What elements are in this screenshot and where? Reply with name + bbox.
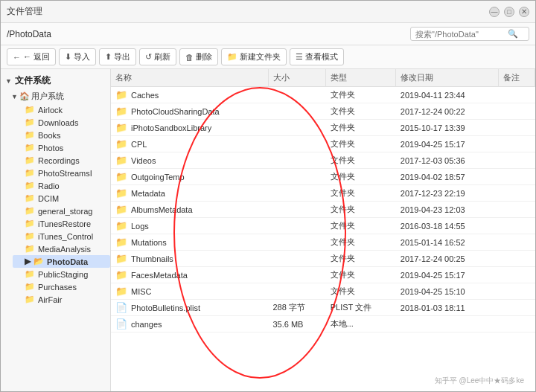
item-label: Recordings [38, 156, 80, 165]
sidebar-item-recordings[interactable]: 📁 Recordings [13, 154, 110, 167]
item-label: iTunes_Control [38, 232, 93, 241]
item-label: AirFair [38, 295, 62, 304]
toolbar: ← ← 返回 ⬇ 导入 ⬆ 导出 ↺ 刷新 🗑 删除 📁 新建文件夹 ☰ 查看模… [1, 45, 535, 69]
file-size-cell [268, 103, 325, 120]
file-size-cell [268, 283, 325, 300]
col-name[interactable]: 名称 [111, 69, 268, 87]
col-type[interactable]: 类型 [326, 69, 396, 87]
file-type-cell: 文件夹 [326, 120, 396, 136]
file-name-cell: 📁Videos [111, 152, 268, 169]
item-label: Downloads [38, 118, 78, 127]
table-row[interactable]: 📁OutgoingTemp文件夹2019-04-02 18:57 [111, 169, 535, 185]
filesystem-section[interactable]: ▼ 文件系统 [1, 72, 110, 89]
file-name: iPhotoSandboxLibrary [131, 123, 211, 132]
file-type-cell: 文件夹 [326, 169, 396, 185]
user-folder-icon: 🏠 [19, 91, 30, 101]
minimize-button[interactable]: — [489, 7, 500, 17]
user-system-expand[interactable]: ▼ 🏠 用户系统 [7, 89, 110, 103]
folder-icon: 📁 [115, 138, 127, 150]
table-row[interactable]: 📁Caches文件夹2019-04-11 23:44 [111, 87, 535, 103]
table-row[interactable]: 📁CPL文件夹2019-04-25 15:17 [111, 136, 535, 152]
maximize-button[interactable]: □ [504, 7, 514, 17]
export-button[interactable]: ⬆ 导出 [99, 48, 136, 65]
file-name: Caches [131, 91, 159, 100]
back-button[interactable]: ← ← 返回 [7, 48, 56, 65]
file-date-cell: 2017-12-24 00:25 [396, 251, 499, 267]
search-icon: 🔍 [508, 29, 518, 39]
sidebar-item-general-storage[interactable]: 📁 general_storag [13, 205, 110, 217]
file-icon: 📄 [115, 302, 127, 313]
file-type-cell: 文件夹 [326, 234, 396, 251]
folder-icon: 📁 [25, 219, 35, 228]
table-row[interactable]: 📄changes35.6 MB本地... [111, 316, 535, 332]
table-row[interactable]: 📁Logs文件夹2016-03-18 14:55 [111, 218, 535, 234]
sidebar-item-downloads[interactable]: 📁 Downloads [13, 116, 110, 129]
file-size-cell [268, 218, 325, 234]
table-row[interactable]: 📄PhotoBulletins.plist288 字节PLIST 文件2018-… [111, 300, 535, 316]
folder-icon-open: 📂 [34, 257, 44, 266]
delete-icon: 🗑 [185, 53, 194, 62]
file-type-cell: 文件夹 [326, 251, 396, 267]
table-row[interactable]: 📁Mutations文件夹2015-01-14 16:52 [111, 234, 535, 251]
folder-icon: 📁 [115, 171, 127, 182]
file-size-cell [268, 169, 325, 185]
sidebar-item-photostreams[interactable]: 📁 PhotoStreamsI [13, 167, 110, 179]
table-row[interactable]: 📁MISC文件夹2019-04-25 15:10 [111, 283, 535, 300]
folder-icon: 📁 [25, 181, 35, 190]
new-folder-icon: 📁 [227, 52, 237, 62]
table-row[interactable]: 📁FacesMetadata文件夹2019-04-25 15:17 [111, 267, 535, 283]
sidebar-item-radio[interactable]: 📁 Radio [13, 179, 110, 192]
table-row[interactable]: 📁Videos文件夹2017-12-03 05:36 [111, 152, 535, 169]
table-row[interactable]: 📁iPhotoSandboxLibrary文件夹2015-10-17 13:39 [111, 120, 535, 136]
item-label: general_storag [38, 207, 92, 216]
table-row[interactable]: 📁AlbumsMetadata文件夹2019-04-23 12:03 [111, 202, 535, 218]
file-name-cell: 📁FacesMetadata [111, 267, 268, 283]
close-button[interactable]: ✕ [519, 7, 529, 17]
folder-icon: 📁 [115, 286, 127, 297]
col-size[interactable]: 大小 [268, 69, 325, 87]
search-input[interactable] [415, 30, 505, 39]
sidebar-item-itunesrestore[interactable]: 📁 iTunesRestore [13, 217, 110, 230]
table-row[interactable]: 📁Thumbnails文件夹2017-12-24 00:25 [111, 251, 535, 267]
sidebar-item-itunescontrol[interactable]: 📁 iTunes_Control [13, 230, 110, 242]
file-size-cell [268, 251, 325, 267]
folder-icon: 📁 [25, 130, 35, 140]
item-label: Radio [38, 181, 60, 190]
file-size-cell [268, 120, 325, 136]
file-name: CPL [131, 140, 147, 149]
sidebar-item-photodata[interactable]: ▶ 📂 PhotoData [13, 255, 110, 268]
delete-button[interactable]: 🗑 删除 [179, 48, 218, 65]
view-mode-button[interactable]: ☰ 查看模式 [290, 48, 344, 65]
file-size-cell [268, 185, 325, 202]
search-box[interactable]: 🔍 [410, 27, 529, 41]
col-date[interactable]: 修改日期 [396, 69, 499, 87]
file-type-cell: PLIST 文件 [326, 300, 396, 316]
sidebar-item-photos[interactable]: 📁 Photos [13, 141, 110, 154]
sidebar-item-mediaanalysis[interactable]: 📁 MediaAnalysis [13, 242, 110, 255]
sidebar-item-books[interactable]: 📁 Books [13, 129, 110, 141]
folder-icon: 📁 [115, 269, 127, 280]
sidebar-item-airlock[interactable]: 📁 Airlock [13, 103, 110, 116]
folder-icon: 📁 [25, 231, 35, 241]
file-size-cell [268, 87, 325, 103]
sidebar-item-dcim[interactable]: 📁 DCIM [13, 192, 110, 205]
import-icon: ⬇ [65, 52, 71, 62]
file-note-cell [499, 202, 535, 218]
refresh-button[interactable]: ↺ 刷新 [139, 48, 176, 65]
user-system-label: 用户系统 [31, 91, 64, 102]
folder-icon: 📁 [115, 155, 127, 166]
sidebar-item-airfair[interactable]: 📁 AirFair [13, 293, 110, 306]
address-path[interactable]: /PhotoData [7, 29, 404, 39]
file-name-cell: 📁PhotoCloudSharingData [111, 103, 268, 120]
sidebar-item-purchases[interactable]: 📁 Purchases [13, 280, 110, 293]
file-date-cell: 2016-03-18 14:55 [396, 218, 499, 234]
table-row[interactable]: 📁PhotoCloudSharingData文件夹2017-12-24 00:2… [111, 103, 535, 120]
table-row[interactable]: 📁Metadata文件夹2017-12-23 22:19 [111, 185, 535, 202]
col-note[interactable]: 备注 [499, 69, 535, 87]
new-folder-button[interactable]: 📁 新建文件夹 [221, 48, 287, 65]
address-bar: /PhotoData 🔍 [1, 23, 535, 45]
sidebar-item-publicstaging[interactable]: 📁 PublicStaging [13, 268, 110, 280]
file-note-cell [499, 251, 535, 267]
import-button[interactable]: ⬇ 导入 [59, 48, 96, 65]
file-name: PhotoCloudSharingData [131, 107, 220, 116]
